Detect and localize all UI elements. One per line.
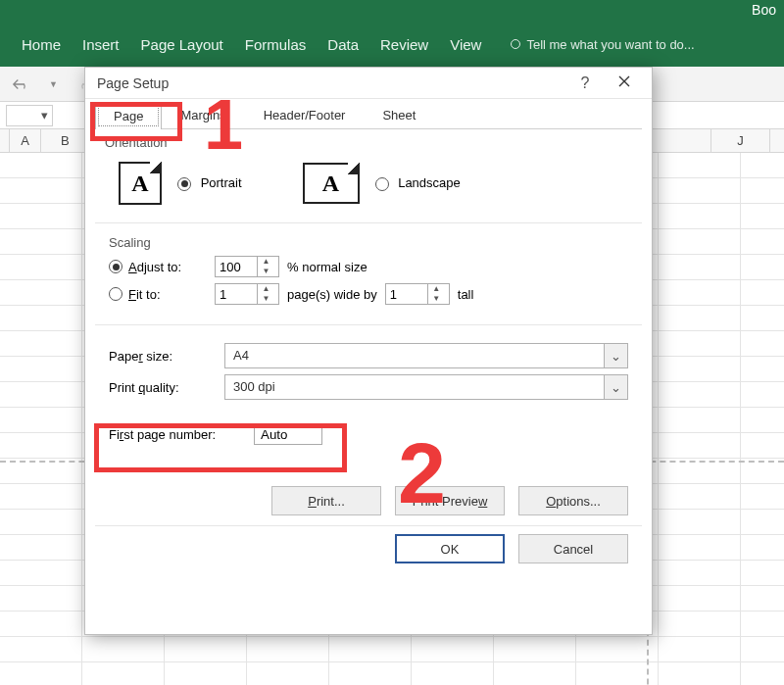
spinner-up-icon[interactable]: ▲ <box>258 257 274 267</box>
cell[interactable] <box>741 382 784 407</box>
spinner-up-icon[interactable]: ▲ <box>258 284 274 294</box>
cancel-button[interactable]: Cancel <box>518 534 628 563</box>
cell[interactable] <box>741 204 784 228</box>
cell[interactable] <box>0 331 82 356</box>
first-page-number-input[interactable] <box>254 423 322 445</box>
print-button[interactable]: Print... <box>271 486 381 515</box>
cell[interactable] <box>0 662 82 685</box>
cell[interactable] <box>82 637 165 661</box>
cell[interactable] <box>165 637 247 661</box>
cell[interactable] <box>741 357 784 381</box>
options-button[interactable]: Options... <box>518 486 628 515</box>
col-header-a[interactable]: A <box>10 129 41 152</box>
cell[interactable] <box>494 637 576 661</box>
chevron-down-icon[interactable]: ⌄ <box>604 375 627 399</box>
tab-view[interactable]: View <box>450 36 481 53</box>
tab-sheet[interactable]: Sheet <box>364 101 434 128</box>
cell[interactable] <box>741 612 784 636</box>
cell[interactable] <box>741 280 784 305</box>
tab-home[interactable]: Home <box>22 36 61 53</box>
cell[interactable] <box>741 586 784 611</box>
table-row[interactable] <box>0 662 784 685</box>
cell[interactable] <box>659 382 741 407</box>
cell[interactable] <box>0 612 82 636</box>
cell[interactable] <box>741 255 784 279</box>
print-quality-select[interactable]: 300 dpi ⌄ <box>224 374 628 400</box>
cell[interactable] <box>659 510 741 534</box>
cell[interactable] <box>247 637 329 661</box>
fit-to-radio[interactable]: Fit to: <box>109 287 207 302</box>
cell[interactable] <box>0 306 82 330</box>
cell[interactable] <box>0 229 82 254</box>
cell[interactable] <box>412 637 494 661</box>
cell[interactable] <box>659 331 741 356</box>
landscape-radio[interactable]: Landscape <box>375 175 461 191</box>
fit-wide-input[interactable] <box>216 284 257 304</box>
tab-header-footer[interactable]: Header/Footer <box>245 101 365 128</box>
col-header-j[interactable]: J <box>711 129 770 152</box>
cell[interactable] <box>0 586 82 611</box>
cell[interactable] <box>0 408 82 432</box>
cell[interactable] <box>741 662 784 685</box>
adjust-to-radio[interactable]: Adjust to: <box>109 260 207 274</box>
undo-dropdown[interactable]: ▼ <box>49 79 58 89</box>
cell[interactable] <box>165 662 247 685</box>
tell-me-search[interactable]: Tell me what you want to do... <box>511 37 694 52</box>
print-preview-button[interactable]: Print Preview <box>395 486 505 515</box>
chevron-down-icon[interactable]: ⌄ <box>604 344 627 367</box>
cell[interactable] <box>741 484 784 509</box>
tab-insert[interactable]: Insert <box>82 36 120 53</box>
cell[interactable] <box>659 306 741 330</box>
fit-tall-input[interactable] <box>386 284 427 304</box>
dialog-title-bar[interactable]: Page Setup ? <box>85 68 652 99</box>
tab-page-layout[interactable]: Page Layout <box>141 36 223 53</box>
cell[interactable] <box>659 408 741 432</box>
cell[interactable] <box>659 433 741 458</box>
cell[interactable] <box>659 586 741 611</box>
cell[interactable] <box>0 382 82 407</box>
cell[interactable] <box>659 561 741 585</box>
cell[interactable] <box>0 637 82 661</box>
tab-margins[interactable]: Margins <box>162 101 244 128</box>
cell[interactable] <box>659 357 741 381</box>
cell[interactable] <box>741 433 784 458</box>
cell[interactable] <box>659 255 741 279</box>
table-row[interactable] <box>0 637 784 662</box>
cell[interactable] <box>0 280 82 305</box>
fit-tall-spinner[interactable]: ▲▼ <box>385 283 450 305</box>
spinner-down-icon[interactable]: ▼ <box>258 294 274 304</box>
cell[interactable] <box>659 280 741 305</box>
tab-review[interactable]: Review <box>380 36 428 53</box>
cell[interactable] <box>494 662 576 685</box>
cell[interactable] <box>741 535 784 560</box>
cell[interactable] <box>741 331 784 356</box>
cell[interactable] <box>0 561 82 585</box>
dialog-close-button[interactable] <box>605 74 644 92</box>
cell[interactable] <box>329 637 412 661</box>
cell[interactable] <box>0 535 82 560</box>
spinner-down-icon[interactable]: ▼ <box>258 267 274 276</box>
ok-button[interactable]: OK <box>395 534 505 563</box>
cell[interactable] <box>741 153 784 177</box>
portrait-radio[interactable]: Portrait <box>177 175 242 191</box>
name-box[interactable]: ▾ <box>6 105 53 126</box>
adjust-to-spinner[interactable]: ▲▼ <box>215 256 279 277</box>
tab-formulas[interactable]: Formulas <box>245 36 307 53</box>
fit-wide-spinner[interactable]: ▲▼ <box>215 283 279 305</box>
cell[interactable] <box>741 408 784 432</box>
spinner-down-icon[interactable]: ▼ <box>428 294 445 304</box>
paper-size-select[interactable]: A4 ⌄ <box>224 343 628 368</box>
cell[interactable] <box>0 255 82 279</box>
cell[interactable] <box>659 637 741 661</box>
cell[interactable] <box>659 178 741 203</box>
cell[interactable] <box>0 153 82 177</box>
cell[interactable] <box>741 229 784 254</box>
cell[interactable] <box>659 153 741 177</box>
cell[interactable] <box>0 357 82 381</box>
cell[interactable] <box>741 637 784 661</box>
cell[interactable] <box>741 561 784 585</box>
cell[interactable] <box>247 662 329 685</box>
cell[interactable] <box>412 662 494 685</box>
cell[interactable] <box>329 662 412 685</box>
dialog-help-button[interactable]: ? <box>565 74 605 92</box>
